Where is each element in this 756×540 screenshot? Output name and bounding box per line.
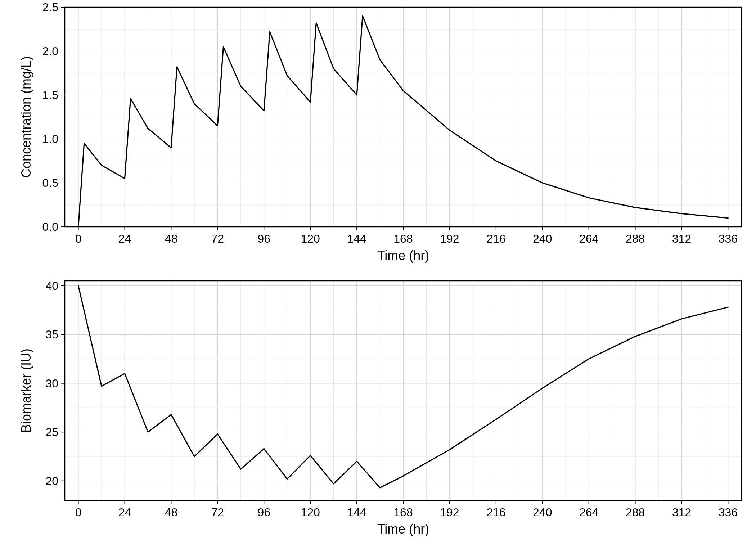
x-tick-label: 120	[301, 232, 320, 245]
x-tick-label: 144	[347, 232, 366, 245]
x-tick-label: 0	[75, 232, 82, 245]
top-panel: 0244872961201441681922162402642883123360…	[0, 0, 756, 266]
x-tick-label: 168	[393, 232, 413, 245]
x-tick-label: 336	[719, 506, 738, 519]
y-tick-label: 40	[45, 279, 58, 292]
x-tick-label: 288	[626, 506, 645, 519]
x-tick-label: 288	[626, 232, 645, 245]
bottom-panel: 0244872961201441681922162402642883123362…	[0, 274, 756, 540]
x-tick-label: 312	[672, 232, 691, 245]
x-tick-label: 96	[257, 232, 270, 245]
x-tick-label: 216	[486, 232, 505, 245]
y-axis-label: Biomarker (IU)	[19, 348, 33, 433]
y-tick-label: 20	[45, 474, 58, 487]
x-tick-label: 168	[393, 506, 413, 519]
concentration-chart: 0244872961201441681922162402642883123360…	[0, 0, 756, 266]
y-tick-label: 30	[45, 377, 58, 390]
x-tick-label: 48	[165, 232, 178, 245]
x-tick-label: 96	[257, 506, 270, 519]
y-tick-label: 1.5	[42, 89, 58, 102]
x-tick-label: 24	[118, 506, 131, 519]
biomarker-chart: 0244872961201441681922162402642883123362…	[0, 274, 756, 540]
x-tick-label: 240	[533, 506, 552, 519]
y-tick-label: 0.5	[42, 176, 58, 189]
x-tick-label: 0	[75, 506, 82, 519]
x-tick-label: 48	[165, 506, 178, 519]
x-axis-label: Time (hr)	[377, 248, 429, 263]
x-tick-label: 216	[486, 506, 505, 519]
x-tick-label: 144	[347, 506, 366, 519]
y-tick-label: 2.5	[42, 1, 58, 14]
y-tick-label: 0.0	[42, 220, 58, 233]
x-tick-label: 336	[719, 232, 738, 245]
y-tick-label: 35	[45, 328, 58, 341]
x-tick-label: 120	[301, 506, 320, 519]
x-tick-label: 264	[579, 232, 598, 245]
x-tick-label: 192	[440, 506, 459, 519]
x-tick-label: 24	[118, 232, 131, 245]
y-tick-label: 1.0	[42, 132, 58, 145]
x-tick-label: 240	[533, 232, 552, 245]
x-tick-label: 192	[440, 232, 459, 245]
y-axis-label: Concentration (mg/L)	[19, 56, 33, 178]
y-tick-label: 25	[45, 426, 58, 438]
y-tick-label: 2.0	[42, 45, 58, 58]
x-axis-label: Time (hr)	[377, 522, 429, 536]
x-tick-label: 72	[211, 506, 224, 519]
x-tick-label: 264	[579, 506, 598, 519]
x-tick-label: 312	[672, 506, 691, 519]
x-tick-label: 72	[211, 232, 224, 245]
